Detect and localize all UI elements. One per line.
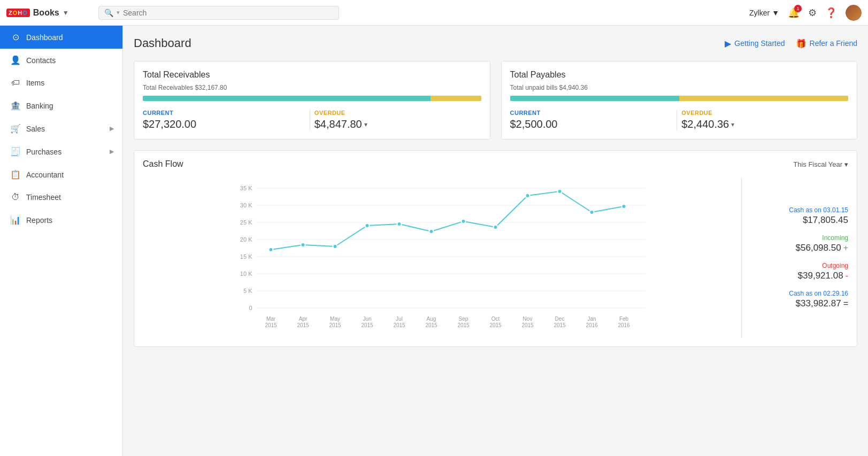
cash-end-sign: = [843,299,848,308]
sidebar-item-contacts[interactable]: 👤 Contacts [0,49,122,72]
svg-text:0: 0 [249,305,252,311]
receivables-progress-bar [143,96,481,101]
sidebar-label-banking: Banking [26,102,53,110]
payables-current-value: $2,500.00 [510,118,673,130]
svg-point-26 [590,210,594,214]
sidebar-label-reports: Reports [26,216,52,225]
outgoing-label: Outgoing [752,262,848,269]
svg-text:35 K: 35 K [240,185,252,191]
svg-text:Jun: Jun [363,316,371,322]
sidebar: ⊙ Dashboard 👤 Contacts 🏷 Items 🏦 Banking… [0,26,123,456]
payables-title: Total Payables [510,70,849,80]
cashflow-body: 35 K 30 K 25 K 20 K 15 K 10 K 5 K 0 [143,177,848,338]
chart-summary: Cash as on 03.01.15 $17,805.45 Incoming … [741,177,848,338]
receivables-overdue-caret-icon[interactable]: ▾ [364,121,367,128]
sidebar-item-dashboard[interactable]: ⊙ Dashboard [0,26,122,49]
receivables-subtitle: Total Receivables $32,167.80 [143,84,481,91]
svg-text:Apr: Apr [299,316,308,322]
payables-subtitle: Total unpaid bills $4,940.36 [510,84,849,91]
svg-text:2015: 2015 [425,322,437,328]
purchases-icon: 🧾 [10,146,21,157]
search-input[interactable] [123,9,333,17]
help-icon[interactable]: ❓ [825,7,837,19]
cash-start-value: $17,805.45 [752,215,848,226]
receivables-card: Total Receivables Total Receivables $32,… [134,61,490,140]
svg-text:2015: 2015 [265,322,277,328]
svg-text:2015: 2015 [297,322,309,328]
page-title: Dashboard [134,36,191,50]
summary-cards-row: Total Receivables Total Receivables $32,… [134,61,857,140]
svg-text:2015: 2015 [457,322,470,328]
svg-point-18 [333,244,337,249]
receivables-current-value: $27,320.00 [143,118,305,130]
user-name[interactable]: Zylker ▼ [749,9,779,17]
svg-text:2016: 2016 [586,322,598,328]
svg-text:2015: 2015 [489,322,502,328]
payables-bar-overdue [679,96,848,101]
svg-text:2015: 2015 [361,322,373,328]
sidebar-label-items: Items [26,79,44,87]
fiscal-year-dropdown[interactable]: This Fiscal Year ▾ [793,160,848,168]
bell-badge: 1 [794,5,802,12]
sidebar-item-accountant[interactable]: 📋 Accountant [0,163,122,186]
outgoing-item: Outgoing $39,921.08 - [752,262,848,281]
cash-end-label: Cash as on 02.29.16 [752,290,848,297]
svg-text:Oct: Oct [491,316,500,322]
sidebar-label-purchases: Purchases [26,148,62,156]
sidebar-item-banking[interactable]: 🏦 Banking [0,94,122,117]
contacts-icon: 👤 [10,55,21,65]
items-icon: 🏷 [10,78,21,88]
svg-text:May: May [330,316,340,322]
svg-text:2016: 2016 [618,322,630,328]
svg-point-25 [558,189,562,194]
settings-icon[interactable]: ⚙ [808,7,817,19]
receivables-overdue-metric: OVERDUE $4,847.80 ▾ [310,110,481,130]
bell-icon[interactable]: 🔔 1 [788,7,800,19]
svg-point-20 [397,222,402,226]
avatar[interactable] [846,5,862,21]
zoho-logo: ZOHO [6,9,30,17]
svg-point-24 [526,194,530,198]
svg-text:Sep: Sep [459,316,468,322]
getting-started-button[interactable]: ▶ Getting Started [725,38,785,49]
sidebar-item-purchases[interactable]: 🧾 Purchases ▶ [0,140,122,163]
reports-icon: 📊 [10,215,21,225]
sidebar-item-timesheet[interactable]: ⏱ Timesheet [0,186,122,208]
svg-text:20 K: 20 K [240,236,252,243]
svg-point-21 [429,229,434,234]
cash-end-value: $33,982.87 = [752,298,848,309]
payables-overdue-label: OVERDUE [681,110,844,116]
svg-text:15 K: 15 K [240,253,252,260]
payables-overdue-value: $2,440.36 ▾ [681,118,844,130]
receivables-metrics: CURRENT $27,320.00 OVERDUE $4,847.80 ▾ [143,110,481,130]
svg-text:Jul: Jul [396,316,403,322]
svg-point-27 [622,204,626,208]
logo-caret-icon[interactable]: ▼ [63,9,69,17]
page-header: Dashboard ▶ Getting Started 🎁 Refer a Fr… [134,36,857,50]
logo: ZOHO Books ▼ [6,8,92,18]
receivables-current-label: CURRENT [143,110,305,116]
search-icon: 🔍 [104,9,113,17]
payables-overdue-caret-icon[interactable]: ▾ [731,121,734,128]
svg-text:2015: 2015 [554,322,566,328]
search-bar[interactable]: 🔍 ▾ [98,6,339,20]
accountant-icon: 📋 [10,169,21,180]
payables-current-label: CURRENT [510,110,673,116]
receivables-bar-current [143,96,431,101]
svg-text:2015: 2015 [393,322,405,328]
receivables-overdue-value: $4,847.80 ▾ [314,118,477,130]
svg-text:Jan: Jan [587,316,596,322]
sales-icon: 🛒 [10,123,21,134]
sidebar-item-reports[interactable]: 📊 Reports [0,208,122,231]
svg-text:Mar: Mar [266,316,276,322]
svg-text:2015: 2015 [521,322,534,328]
cashflow-chart: 35 K 30 K 25 K 20 K 15 K 10 K 5 K 0 [143,177,741,338]
sidebar-item-items[interactable]: 🏷 Items [0,72,122,94]
svg-text:5 K: 5 K [243,288,252,294]
sidebar-item-sales[interactable]: 🛒 Sales ▶ [0,117,122,140]
refer-friend-button[interactable]: 🎁 Refer a Friend [796,38,857,49]
svg-text:Feb: Feb [619,316,629,322]
payables-bar-current [510,96,679,101]
cash-end-item: Cash as on 02.29.16 $33,982.87 = [752,290,848,309]
page-header-actions: ▶ Getting Started 🎁 Refer a Friend [725,38,857,49]
